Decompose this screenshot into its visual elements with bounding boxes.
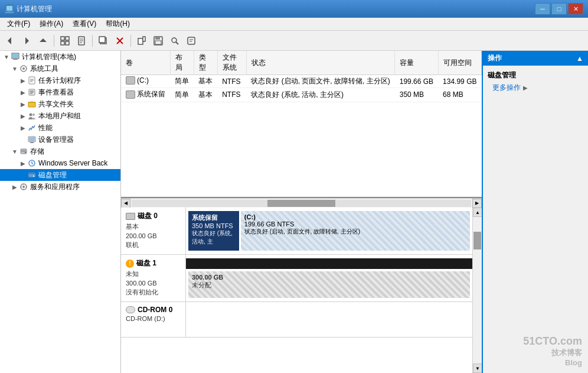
new-window-button[interactable]	[96, 33, 111, 48]
col-volume[interactable]: 卷	[121, 51, 170, 75]
disk0-part-c[interactable]: (C:) 199.66 GB NTFS 状态良好 (启动, 页面文件, 故障转储…	[241, 211, 470, 251]
table-row[interactable]: (C:) 简单 基本 NTFS 状态良好 (启动, 页面文件, 故障转储, 主分…	[121, 75, 482, 88]
search-button[interactable]	[167, 33, 182, 48]
cell-cap-sys: 350 MB	[395, 88, 438, 102]
storage-label: 存储	[30, 147, 44, 157]
disk-view-scrollbar[interactable]: ▲ ▼	[472, 207, 482, 373]
actions-more-label: 更多操作	[492, 83, 521, 93]
disk-scroll-track[interactable]	[473, 217, 482, 364]
col-free[interactable]: 可用空间	[438, 51, 481, 75]
sep2	[92, 35, 93, 47]
disk0-part-system[interactable]: 系统保留 350 MB NTFS 状态良好 (系统, 活动, 主	[188, 211, 239, 251]
svg-rect-23	[155, 41, 161, 44]
cdrom-icon	[126, 306, 135, 313]
close-button[interactable]: ✕	[568, 3, 583, 15]
scroll-right-btn[interactable]: ▶	[472, 199, 482, 208]
svg-rect-6	[61, 37, 64, 40]
expand-services: ▶	[11, 184, 19, 190]
disk0-partitions: 系统保留 350 MB NTFS 状态良好 (系统, 活动, 主 (C:) 19…	[186, 207, 472, 254]
scrollbar-thumb[interactable]	[267, 200, 335, 207]
actions-header: 操作 ▲	[483, 51, 588, 66]
tree-item-root[interactable]: ▼ 计算机管理(本地)	[0, 51, 120, 63]
menu-file[interactable]: 文件(F)	[2, 18, 35, 30]
export-button[interactable]	[134, 33, 149, 48]
device-icon	[27, 135, 37, 144]
title-bar-controls: ─ □ ✕	[535, 3, 583, 15]
event-label: 事件查看器	[38, 87, 74, 98]
show-hide-button[interactable]	[57, 33, 73, 48]
tree-item-users[interactable]: ▶ 本地用户和组	[0, 110, 120, 122]
actions-section-title: 磁盘管理	[488, 68, 583, 82]
cdrom-label: CD-ROM 0	[126, 306, 181, 314]
properties-button[interactable]	[74, 33, 89, 48]
disk-scroll-up[interactable]: ▲	[473, 207, 482, 217]
menu-help[interactable]: 帮助(H)	[101, 18, 135, 30]
cdrom-info: CD-ROM 0 CD-ROM (D:)	[121, 302, 186, 337]
svg-rect-1	[6, 6, 12, 11]
unalloc-label: 未分配	[192, 281, 466, 290]
unalloc-size: 300.00 GB	[192, 274, 466, 281]
disk1-size: 300.00 GB	[126, 280, 181, 287]
tree-item-device[interactable]: 设备管理器	[0, 134, 120, 145]
disk0-type: 基本	[126, 222, 181, 231]
col-layout[interactable]: 布局	[170, 51, 194, 75]
tree-item-system-tools[interactable]: ▼ 系统工具	[0, 63, 120, 74]
disk-table[interactable]: 卷 布局 类型 文件系统 状态 容量 可用空间 (C:	[121, 51, 482, 198]
col-capacity[interactable]: 容量	[395, 51, 438, 75]
svg-rect-31	[14, 59, 17, 59]
services-icon	[19, 182, 28, 192]
svg-rect-30	[12, 54, 18, 58]
delete-button[interactable]	[112, 33, 128, 48]
disk1-type: 未知	[126, 270, 181, 278]
help-button[interactable]	[184, 33, 199, 48]
disk-view-area: 磁盘 0 基本 200.00 GB 联机 系统保留 350 MB NTFS 状态…	[121, 207, 472, 373]
disk1-unallocated[interactable]: 300.00 GB 未分配	[188, 271, 470, 298]
up-button[interactable]	[35, 33, 51, 48]
actions-more-item[interactable]: 更多操作 ▶	[488, 82, 583, 94]
tree-item-perf[interactable]: ▶ 性能	[0, 122, 120, 134]
vol-disk-icon	[126, 76, 135, 85]
maximize-button[interactable]: □	[551, 3, 567, 15]
table-row[interactable]: 系统保留 简单 基本 NTFS 状态良好 (系统, 活动, 主分区) 350 M…	[121, 88, 482, 102]
tree-item-services[interactable]: ▶ 服务和应用程序	[0, 181, 120, 193]
menu-view[interactable]: 查看(V)	[68, 18, 101, 30]
forward-button[interactable]	[19, 33, 34, 48]
tree-item-disk-management[interactable]: 磁盘管理	[0, 169, 120, 181]
cell-free-sys: 68 MB	[438, 88, 481, 102]
tree-item-event[interactable]: ▶ 事件查看器	[0, 86, 120, 98]
backup-icon	[27, 158, 37, 168]
col-fs[interactable]: 文件系统	[217, 51, 246, 75]
cell-status-sys: 状态良好 (系统, 活动, 主分区)	[246, 88, 394, 102]
scrollbar-track[interactable]	[132, 200, 471, 207]
back-button[interactable]	[2, 33, 18, 48]
table-scrollbar[interactable]: ◀ ▶	[121, 198, 482, 207]
tree-item-storage[interactable]: ▼ 存储	[0, 145, 120, 157]
save-button[interactable]	[151, 33, 166, 48]
svg-rect-50	[21, 150, 26, 151]
tree-item-backup[interactable]: ▶ Windows Server Back	[0, 157, 120, 169]
expand-root: ▼	[2, 54, 11, 60]
actions-collapse-icon[interactable]: ▲	[576, 54, 583, 63]
svg-rect-8	[61, 41, 64, 45]
scroll-left-btn[interactable]: ◀	[121, 199, 130, 208]
col-type[interactable]: 类型	[194, 51, 217, 75]
expand-event: ▶	[19, 89, 27, 96]
tree-item-shared[interactable]: ▶ 共享文件夹	[0, 98, 120, 110]
disk-scroll-down[interactable]: ▼	[473, 364, 482, 373]
menu-action[interactable]: 操作(A)	[35, 18, 68, 30]
tree-item-task[interactable]: ▶ 任务计划程序	[0, 74, 120, 86]
perf-label: 性能	[38, 123, 53, 133]
minimize-button[interactable]: ─	[535, 3, 550, 15]
storage-icon	[19, 147, 28, 156]
svg-rect-20	[143, 37, 145, 41]
svg-marker-3	[8, 37, 11, 44]
perf-icon	[27, 123, 37, 132]
expand-users: ▶	[19, 113, 27, 119]
disk-scroll-thumb[interactable]	[473, 232, 481, 249]
col-status[interactable]: 状态	[246, 51, 394, 75]
disk0-label: 磁盘 0	[126, 211, 181, 221]
cell-free-c: 134.99 GB	[438, 75, 481, 88]
vol-disk-sys-icon	[126, 90, 135, 99]
title-bar: 计算机管理 ─ □ ✕	[0, 0, 588, 18]
task-icon	[27, 76, 37, 85]
